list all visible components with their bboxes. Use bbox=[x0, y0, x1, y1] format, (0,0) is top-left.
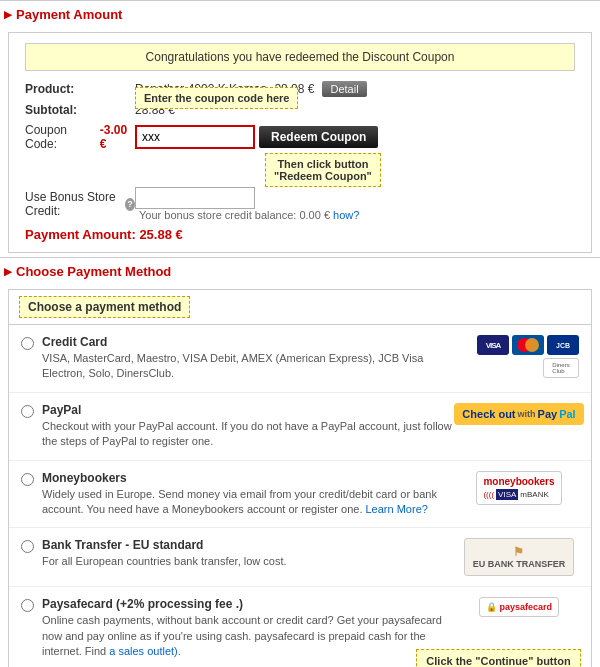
paypal-logo-img: Check out with PayPal bbox=[454, 403, 583, 425]
svg-point-1 bbox=[525, 338, 539, 352]
visa-icon: VISA bbox=[477, 335, 509, 355]
mastercard-icon bbox=[512, 335, 544, 355]
coupon-label: Coupon Code: -3.00 € bbox=[25, 123, 135, 151]
radio-paysafe[interactable] bbox=[21, 599, 34, 612]
diners-icon: DinersClub bbox=[543, 358, 579, 378]
redeem-coupon-button[interactable]: Redeem Coupon bbox=[259, 126, 378, 148]
method-creditcard-desc: VISA, MasterCard, Maestro, VISA Debit, A… bbox=[42, 351, 459, 382]
sales-outlet-link[interactable]: a sales outlet) bbox=[109, 645, 177, 657]
banktransfer-logo: ⚑ EU BANK TRANSFER bbox=[459, 538, 579, 576]
method-banktransfer-left: Bank Transfer - EU standard For all Euro… bbox=[21, 538, 459, 569]
paypal-logo: Check out with PayPal bbox=[459, 403, 579, 425]
method-paysafe-info: Paysafecard (+2% processing fee .) Onlin… bbox=[42, 597, 459, 659]
subtotal-row: Subtotal: 28.88 € bbox=[25, 103, 575, 117]
bonus-info-icon[interactable]: ? bbox=[125, 198, 135, 211]
bonus-input[interactable] bbox=[135, 187, 255, 209]
method-paypal: PayPal Checkout with your PayPal account… bbox=[9, 393, 591, 461]
paysafe-logo: 🔒 paysafecard bbox=[459, 597, 579, 617]
method-paypal-info: PayPal Checkout with your PayPal account… bbox=[42, 403, 459, 450]
radio-moneybookers[interactable] bbox=[21, 473, 34, 486]
creditcard-logo: VISA JCB DinersClub bbox=[459, 335, 579, 378]
payment-method-header: Choose Payment Method bbox=[0, 257, 600, 285]
method-banktransfer: Bank Transfer - EU standard For all Euro… bbox=[9, 528, 591, 587]
method-creditcard-name: Credit Card bbox=[42, 335, 459, 349]
bonus-row: Use Bonus Store Credit: ? Your bonus sto… bbox=[25, 187, 575, 221]
payment-amount-box: Congratulations you have redeemed the Di… bbox=[8, 32, 592, 253]
choose-method-header: Choose a payment method bbox=[9, 290, 591, 325]
continue-tooltip: Click the "Continue" button to the next … bbox=[416, 649, 581, 667]
method-banktransfer-desc: For all European countries bank transfer… bbox=[42, 554, 459, 569]
coupon-input[interactable] bbox=[135, 125, 255, 149]
coupon-discount: -3.00 € bbox=[100, 123, 135, 151]
radio-creditcard[interactable] bbox=[21, 337, 34, 350]
method-paypal-left: PayPal Checkout with your PayPal account… bbox=[21, 403, 459, 450]
method-creditcard-info: Credit Card VISA, MasterCard, Maestro, V… bbox=[42, 335, 459, 382]
moneybookers-logo-img: moneybookers (((( VISA mBANK bbox=[476, 471, 561, 505]
bonus-input-wrapper: Your bonus store credit balance: 0.00 € … bbox=[135, 187, 359, 221]
paysafe-logo-img: 🔒 paysafecard bbox=[479, 597, 559, 617]
payment-amount-title: Payment Amount bbox=[16, 7, 122, 22]
method-moneybookers-left: Moneybookers Widely used in Europe. Send… bbox=[21, 471, 459, 518]
payment-total: Payment Amount: 25.88 € bbox=[25, 227, 575, 242]
redeem-tooltip: Then click button "Redeem Coupon" bbox=[265, 153, 381, 187]
method-paysafe-name: Paysafecard (+2% processing fee .) bbox=[42, 597, 459, 611]
method-moneybookers-desc: Widely used in Europe. Send money via em… bbox=[42, 487, 459, 518]
method-moneybookers-info: Moneybookers Widely used in Europe. Send… bbox=[42, 471, 459, 518]
enter-coupon-tooltip: Enter the coupon code here bbox=[135, 87, 298, 109]
method-banktransfer-name: Bank Transfer - EU standard bbox=[42, 538, 459, 552]
method-paysafe-left: Paysafecard (+2% processing fee .) Onlin… bbox=[21, 597, 459, 659]
bonus-info-text: Your bonus store credit balance: 0.00 € … bbox=[139, 209, 359, 221]
method-paysafe-desc: Online cash payments, without bank accou… bbox=[42, 613, 459, 659]
moneybookers-logo: moneybookers (((( VISA mBANK bbox=[459, 471, 579, 505]
coupon-input-wrapper: Enter the coupon code here Redeem Coupon… bbox=[135, 125, 378, 149]
method-paypal-desc: Checkout with your PayPal account. If yo… bbox=[42, 419, 459, 450]
detail-button[interactable]: Detail bbox=[322, 81, 366, 97]
bonus-how-link[interactable]: how? bbox=[333, 209, 359, 221]
method-paysafe: Paysafecard (+2% processing fee .) Onlin… bbox=[9, 587, 591, 667]
method-creditcard: Credit Card VISA, MasterCard, Maestro, V… bbox=[9, 325, 591, 393]
product-label: Product: bbox=[25, 82, 135, 96]
payment-method-title: Choose Payment Method bbox=[16, 264, 171, 279]
product-row: Product: Danathor 4000 K Kamas 28.88 € D… bbox=[25, 81, 575, 97]
method-creditcard-left: Credit Card VISA, MasterCard, Maestro, V… bbox=[21, 335, 459, 382]
choose-method-tooltip: Choose a payment method bbox=[19, 296, 190, 318]
jcb-icon: JCB bbox=[547, 335, 579, 355]
payment-method-section: Choose a payment method Credit Card VISA… bbox=[8, 289, 592, 667]
banktransfer-logo-img: ⚑ EU BANK TRANSFER bbox=[464, 538, 575, 576]
payment-amount-header: Payment Amount bbox=[0, 0, 600, 28]
coupon-row: Coupon Code: -3.00 € Enter the coupon co… bbox=[25, 123, 575, 151]
bonus-label: Use Bonus Store Credit: ? bbox=[25, 190, 135, 218]
method-banktransfer-info: Bank Transfer - EU standard For all Euro… bbox=[42, 538, 459, 569]
radio-paypal[interactable] bbox=[21, 405, 34, 418]
method-moneybookers: Moneybookers Widely used in Europe. Send… bbox=[9, 461, 591, 529]
page-container: Payment Amount Congratulations you have … bbox=[0, 0, 600, 667]
success-message: Congratulations you have redeemed the Di… bbox=[25, 43, 575, 71]
learn-more-link[interactable]: Learn More? bbox=[366, 503, 428, 515]
subtotal-label: Subtotal: bbox=[25, 103, 135, 117]
method-moneybookers-name: Moneybookers bbox=[42, 471, 459, 485]
method-paypal-name: PayPal bbox=[42, 403, 459, 417]
radio-banktransfer[interactable] bbox=[21, 540, 34, 553]
